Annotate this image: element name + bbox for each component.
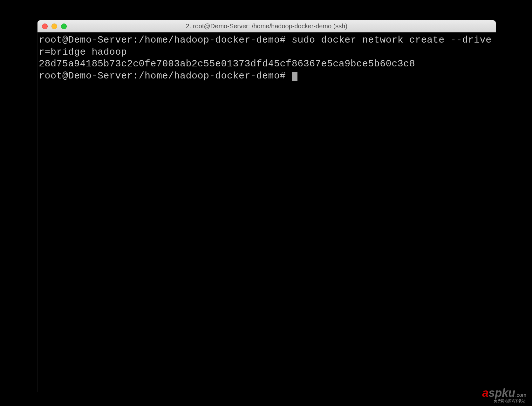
terminal-prompt: root@Demo-Server:/home/hadoop-docker-dem… (39, 71, 292, 81)
terminal-body[interactable]: root@Demo-Server:/home/hadoop-docker-dem… (38, 32, 496, 392)
terminal-line-1: root@Demo-Server:/home/hadoop-docker-dem… (39, 34, 494, 58)
terminal-window: 2. root@Demo-Server: /home/hadoop-docker… (38, 20, 496, 392)
terminal-line-2: 28d75a94185b73c2c0fe7003ab2c55e01373dfd4… (39, 58, 494, 70)
watermark-letter-a: a (482, 386, 488, 399)
watermark-spku: spku (488, 386, 515, 399)
traffic-lights (38, 24, 67, 29)
watermark-brand: aspku.com (482, 387, 526, 399)
title-bar[interactable]: 2. root@Demo-Server: /home/hadoop-docker… (38, 20, 496, 32)
window-title: 2. root@Demo-Server: /home/hadoop-docker… (38, 23, 496, 30)
watermark-subtitle: 免费网站源码下载站! (482, 399, 526, 403)
minimize-button[interactable] (51, 24, 57, 29)
watermark: aspku.com 免费网站源码下载站! (482, 387, 526, 403)
close-button[interactable] (42, 24, 48, 29)
cursor-icon (292, 72, 297, 81)
maximize-button[interactable] (61, 24, 67, 29)
watermark-com: .com (515, 392, 526, 398)
